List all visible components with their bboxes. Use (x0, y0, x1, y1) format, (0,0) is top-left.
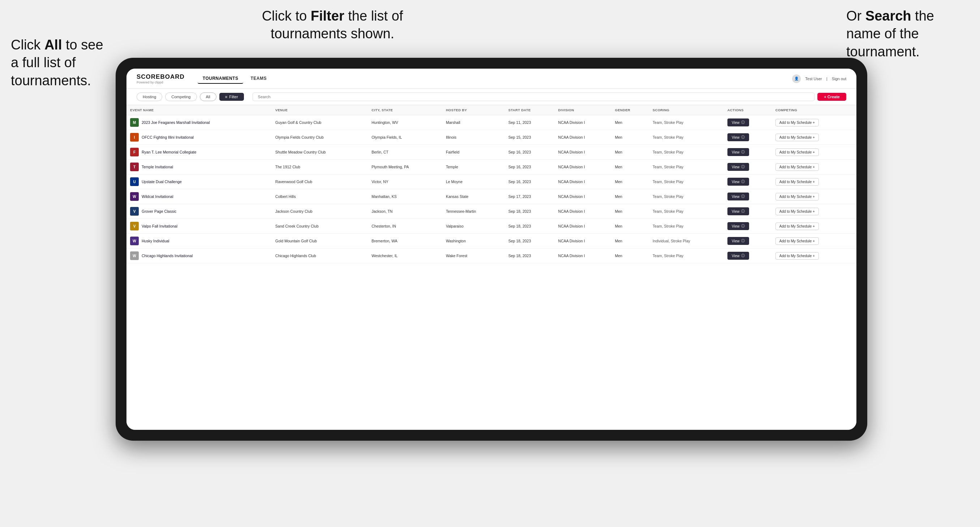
view-button-2[interactable]: View ⓘ (727, 148, 749, 156)
view-button-1[interactable]: View ⓘ (727, 133, 749, 141)
cell-event-name-8: W Husky Individual (126, 234, 272, 249)
view-icon-4: ⓘ (741, 179, 745, 184)
nav-tournaments[interactable]: TOURNAMENTS (198, 74, 243, 84)
cell-hosted-5: Kansas State (442, 189, 505, 204)
table-header-row: EVENT NAME VENUE CITY, STATE HOSTED BY S… (126, 105, 856, 115)
cell-city-4: Victor, NY (368, 175, 442, 189)
separator: | (826, 76, 827, 81)
cell-gender-3: Men (611, 160, 649, 175)
cell-gender-2: Men (611, 145, 649, 160)
cell-competing-7: Add to My Schedule + (772, 219, 856, 234)
cell-date-1: Sep 15, 2023 (505, 130, 555, 145)
add-schedule-button-2[interactable]: Add to My Schedule + (775, 148, 819, 156)
cell-actions-5: View ⓘ (724, 189, 772, 204)
cell-division-4: NCAA Division I (555, 175, 611, 189)
cell-gender-6: Men (611, 204, 649, 219)
logo-subtitle: Powered by clippd (137, 81, 185, 84)
cell-city-3: Plymouth Meeting, PA (368, 160, 442, 175)
cell-venue-9: Chicago Highlands Club (272, 249, 368, 264)
signout-link[interactable]: Sign out (832, 76, 846, 81)
logo-area: SCOREBOARD Powered by clippd (137, 73, 185, 84)
event-name-0: 2023 Joe Feaganes Marshall Invitational (142, 120, 210, 125)
add-schedule-button-3[interactable]: Add to My Schedule + (775, 163, 819, 171)
view-button-4[interactable]: View ⓘ (727, 178, 749, 186)
add-schedule-button-8[interactable]: Add to My Schedule + (775, 237, 819, 245)
cell-venue-4: Ravenwood Golf Club (272, 175, 368, 189)
app-logo: SCOREBOARD (137, 73, 185, 81)
view-button-8[interactable]: View ⓘ (727, 237, 749, 245)
cell-date-0: Sep 11, 2023 (505, 115, 555, 130)
filter-label: Filter (229, 95, 238, 99)
cell-hosted-3: Temple (442, 160, 505, 175)
cell-date-5: Sep 17, 2023 (505, 189, 555, 204)
event-name-9: Chicago Highlands Invitational (142, 254, 192, 258)
cell-city-0: Huntington, WV (368, 115, 442, 130)
cell-gender-0: Men (611, 115, 649, 130)
event-name-5: Wildcat Invitational (142, 194, 173, 198)
cell-event-name-0: M 2023 Joe Feaganes Marshall Invitationa… (126, 115, 272, 130)
user-name: Test User (805, 76, 822, 81)
app-header: SCOREBOARD Powered by clippd TOURNAMENTS… (126, 68, 856, 89)
cell-division-0: NCAA Division I (555, 115, 611, 130)
view-icon-8: ⓘ (741, 238, 745, 243)
cell-hosted-4: Le Moyne (442, 175, 505, 189)
col-scoring: SCORING (649, 105, 724, 115)
table-row: I OFCC Fighting Illini Invitational Olym… (126, 130, 856, 145)
view-button-3[interactable]: View ⓘ (727, 163, 749, 171)
table-row: F Ryan T. Lee Memorial Collegiate Shuttl… (126, 145, 856, 160)
tab-competing[interactable]: Competing (165, 92, 197, 101)
col-competing: COMPETING (772, 105, 856, 115)
cell-actions-7: View ⓘ (724, 219, 772, 234)
cell-city-2: Berlin, CT (368, 145, 442, 160)
search-input[interactable] (253, 92, 815, 101)
col-actions: ACTIONS (724, 105, 772, 115)
filter-button[interactable]: ≡ Filter (220, 93, 244, 101)
add-schedule-button-4[interactable]: Add to My Schedule + (775, 178, 819, 186)
view-button-9[interactable]: View ⓘ (727, 252, 749, 260)
create-button[interactable]: + Create (818, 93, 846, 101)
cell-scoring-3: Team, Stroke Play (649, 160, 724, 175)
cell-competing-5: Add to My Schedule + (772, 189, 856, 204)
team-logo-3: T (130, 162, 139, 171)
col-division: DIVISION (555, 105, 611, 115)
nav-teams[interactable]: TEAMS (245, 74, 272, 84)
view-button-0[interactable]: View ⓘ (727, 119, 749, 126)
cell-venue-3: The 1912 Club (272, 160, 368, 175)
tablet-screen: SCOREBOARD Powered by clippd TOURNAMENTS… (126, 68, 856, 430)
cell-scoring-9: Team, Stroke Play (649, 249, 724, 264)
cell-hosted-9: Wake Forest (442, 249, 505, 264)
table-row: T Temple Invitational The 1912 Club Plym… (126, 160, 856, 175)
cell-hosted-0: Marshall (442, 115, 505, 130)
annotation-topright: Or Search the name of the tournament. (846, 7, 969, 61)
add-schedule-button-5[interactable]: Add to My Schedule + (775, 193, 819, 200)
team-logo-0: M (130, 118, 139, 127)
add-schedule-button-1[interactable]: Add to My Schedule + (775, 133, 819, 141)
cell-hosted-8: Washington (442, 234, 505, 249)
cell-gender-5: Men (611, 189, 649, 204)
tab-hosting[interactable]: Hosting (137, 92, 162, 101)
view-icon-2: ⓘ (741, 149, 745, 155)
table-row: W Chicago Highlands Invitational Chicago… (126, 249, 856, 264)
cell-actions-8: View ⓘ (724, 234, 772, 249)
cell-gender-7: Men (611, 219, 649, 234)
add-schedule-button-6[interactable]: Add to My Schedule + (775, 208, 819, 215)
add-schedule-button-0[interactable]: Add to My Schedule + (775, 119, 819, 126)
add-schedule-button-9[interactable]: Add to My Schedule + (775, 252, 819, 260)
cell-hosted-2: Fairfield (442, 145, 505, 160)
table-row: M 2023 Joe Feaganes Marshall Invitationa… (126, 115, 856, 130)
view-icon-3: ⓘ (741, 164, 745, 170)
view-button-5[interactable]: View ⓘ (727, 192, 749, 200)
cell-competing-0: Add to My Schedule + (772, 115, 856, 130)
view-icon-5: ⓘ (741, 194, 745, 199)
view-button-6[interactable]: View ⓘ (727, 207, 749, 215)
cell-date-6: Sep 18, 2023 (505, 204, 555, 219)
team-logo-7: V (130, 222, 139, 230)
tab-all[interactable]: All (200, 92, 216, 101)
view-button-7[interactable]: View ⓘ (727, 222, 749, 230)
add-schedule-button-7[interactable]: Add to My Schedule + (775, 222, 819, 230)
user-icon: 👤 (792, 75, 801, 83)
cell-competing-2: Add to My Schedule + (772, 145, 856, 160)
cell-scoring-0: Team, Stroke Play (649, 115, 724, 130)
cell-division-9: NCAA Division I (555, 249, 611, 264)
cell-division-1: NCAA Division I (555, 130, 611, 145)
